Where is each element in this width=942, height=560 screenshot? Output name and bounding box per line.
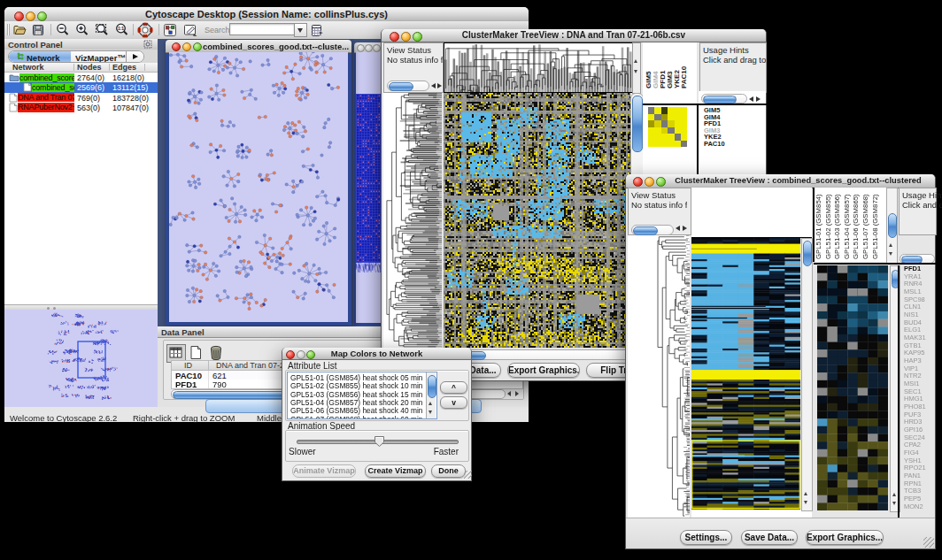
tv2-settings-button[interactable]: Settings... [680, 530, 732, 545]
zoom-actual-icon[interactable]: 1:1 [115, 23, 129, 37]
tv2-titlebar[interactable]: ClusterMaker TreeView : combined_scores_… [626, 174, 935, 188]
tv2-collabel-scroll-down[interactable] [889, 252, 892, 256]
done-button[interactable]: Done [431, 464, 466, 478]
tv1-zoom-cell [675, 134, 681, 141]
delete-attribute-tool[interactable] [207, 344, 225, 361]
tab-vizmapper[interactable]: VizMapper™ [71, 51, 126, 62]
animate-vizmap-button[interactable]: Animate Vizmap [292, 464, 356, 478]
dialog-resize-grip[interactable] [464, 471, 472, 479]
tv1-status-scroll-thumb[interactable] [389, 82, 413, 91]
attribute-list-vscrollbar[interactable] [426, 372, 436, 418]
child1-titlebar[interactable]: combined_scores_good.txt--cluste... [166, 40, 351, 53]
tv1-zoom-left-arrow[interactable] [749, 96, 753, 102]
tab-overflow-arrow[interactable] [126, 51, 144, 62]
child1-close-button[interactable] [172, 42, 181, 51]
child2-close-button[interactable] [357, 44, 365, 52]
col-header-network[interactable]: Network [12, 63, 44, 72]
tv1-zoom-hscrollbar[interactable] [701, 94, 747, 104]
child1-network-canvas[interactable] [169, 52, 348, 322]
tv1-export-graphics-button[interactable]: Export Graphics... [507, 363, 580, 378]
tv1-zoom-right-arrow[interactable] [756, 96, 761, 102]
network-row[interactable]: RNAPuberNov2+!563(0)107847(0) [4, 103, 158, 112]
tv2-global-heatmap[interactable] [691, 238, 800, 510]
network-row[interactable]: DNA and Tran 07769(0)183728(0) [4, 93, 158, 103]
create-vizmap-button[interactable]: Create Vizmap [365, 464, 426, 478]
tv1-zoom-heatmap[interactable] [648, 107, 687, 147]
zoom-out-icon[interactable] [56, 23, 70, 37]
help-ring-icon[interactable] [137, 22, 153, 38]
annotation-icon[interactable] [183, 23, 198, 37]
tv2-button-bar: Settings... Save Data... Export Graphics… [626, 518, 935, 548]
move-up-button[interactable]: ^ [440, 381, 467, 394]
tv1-column-dendrogram[interactable] [444, 42, 632, 93]
tv2-zoom-scroll-down[interactable] [892, 502, 896, 505]
tv2-row-dendrogram[interactable] [628, 235, 690, 518]
tv2-collabel-scroll-up[interactable] [889, 243, 892, 247]
move-down-button[interactable]: v [440, 396, 467, 409]
attribute-item[interactable]: GPL51-07 (GSM868) heat shock 60 min [290, 415, 422, 420]
network-row[interactable]: combined_sco2569(6)13112(15) [4, 82, 158, 92]
tv2-zoom-scroll-up[interactable] [892, 493, 896, 496]
zoom-in-icon[interactable] [75, 23, 89, 37]
attribute-list-scroll-thumb[interactable] [428, 375, 436, 398]
tv1-col-label: PAC10 [681, 66, 688, 88]
tv2-status-scroll-thumb[interactable] [633, 226, 658, 235]
save-icon[interactable] [31, 23, 45, 37]
search-input[interactable] [229, 23, 295, 35]
child2-zoom-button[interactable] [373, 44, 381, 52]
tv2-heat-scroll-down[interactable] [804, 501, 807, 504]
tv1-heat-vscroll-thumb[interactable] [632, 96, 643, 152]
col-header-nodes[interactable]: Nodes [77, 63, 102, 72]
child1-minimize-button[interactable] [182, 42, 191, 51]
tv1-status-left-arrow[interactable] [431, 83, 436, 88]
network-view-window-1[interactable]: combined_scores_good.txt--cluste... [166, 40, 351, 326]
tv1-zoom-hscroll-thumb[interactable] [703, 96, 737, 104]
tv2-status-scrollbar[interactable] [631, 225, 674, 235]
tv2-heat-scroll-up[interactable] [804, 492, 807, 495]
tv2-heat-vscroll-thumb[interactable] [803, 241, 812, 266]
tv2-close-button[interactable] [633, 177, 643, 187]
dialog-titlebar[interactable]: Map Colors to Network [282, 348, 471, 360]
tv2-export-graphics-button[interactable]: Export Graphics... [806, 530, 884, 545]
tv2-collabel-vscrollbar[interactable] [886, 188, 898, 264]
attribute-listbox[interactable]: GPL51-01 (GSM854) heat shock 05 minGPL51… [287, 372, 437, 419]
tv1-status-right-arrow[interactable] [437, 83, 442, 88]
attribute-list-scroll-down[interactable] [429, 410, 432, 414]
tv2-heat-vscrollbar[interactable] [801, 238, 813, 511]
tv1-zoom-cell [681, 120, 687, 127]
search-dropdown-button[interactable] [294, 23, 307, 37]
attribute-list-scroll-up[interactable] [429, 402, 432, 405]
new-attribute-tool[interactable] [187, 344, 205, 361]
import-table-icon[interactable] [310, 22, 326, 38]
tv1-zoom-cell [661, 107, 668, 114]
tv2-status-right-arrow[interactable] [683, 226, 687, 231]
tv2-zoom-button[interactable] [656, 177, 666, 187]
tv1-titlebar[interactable]: ClusterMaker TreeView : DNA and Tran 07-… [382, 29, 766, 42]
tv2-zoom-row-labels: PFD1YRA1RNR4MSL1SPC98CLN1NIS1BUD4ELG1MAK… [904, 265, 936, 510]
speed-slider-thumb[interactable] [374, 435, 385, 448]
attr-col-id[interactable]: ID [184, 361, 192, 370]
network-row[interactable]: combined_scores_2764(0)16218(0) [4, 73, 158, 82]
tv1-coldendro-scroll[interactable] [632, 42, 641, 94]
network-overview-pane[interactable] [4, 310, 158, 407]
float-panel-icon[interactable] [143, 40, 152, 49]
tv1-row-dendrogram[interactable] [383, 93, 442, 348]
tv1-global-heatmap[interactable] [444, 93, 630, 348]
column-divider [208, 361, 209, 370]
data-panel-hscroll-arrows[interactable] [506, 389, 521, 397]
tv2-status-left-arrow[interactable] [676, 226, 680, 231]
tv2-minimize-button[interactable] [645, 177, 654, 187]
tv2-collabel-scroll-thumb[interactable] [888, 213, 897, 238]
open-folder-icon[interactable] [12, 23, 27, 37]
tv2-save-data-button[interactable]: Save Data... [741, 530, 798, 545]
zoom-fit-icon[interactable] [95, 23, 110, 37]
tv2-zoom-heatmap[interactable] [817, 265, 888, 510]
tab-network[interactable]: Network [9, 51, 72, 62]
main-titlebar[interactable]: Cytoscape Desktop (Session Name: collins… [4, 7, 529, 22]
vizmap-grid-icon[interactable] [163, 23, 178, 37]
tv1-status-scrollbar[interactable] [387, 81, 429, 91]
child1-zoom-button[interactable] [193, 42, 202, 51]
tv2-resize-grip[interactable] [923, 537, 934, 548]
child2-minimize-button[interactable] [365, 44, 373, 52]
col-header-edges[interactable]: Edges [112, 63, 136, 72]
